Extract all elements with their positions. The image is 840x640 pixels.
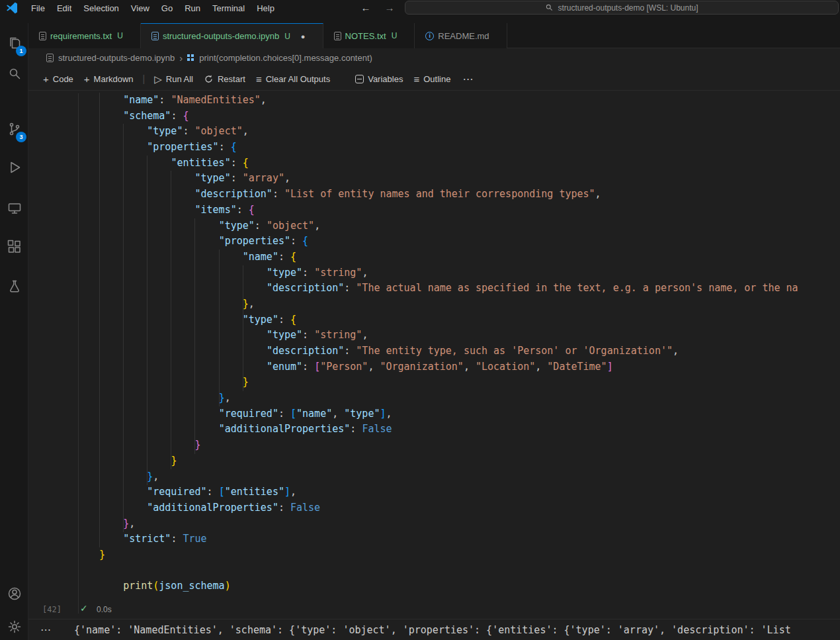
add-markdown-cell-button[interactable]: + Markdown	[79, 71, 139, 87]
search-icon	[545, 3, 554, 12]
git-status-badge: U	[284, 32, 290, 41]
add-code-label: Code	[53, 74, 73, 84]
editor-group: requirements.txt U structured-outputs-de…	[28, 23, 840, 640]
command-center-search[interactable]: structured-outputs-demo [WSL: Ubuntu]	[405, 1, 839, 15]
explorer-icon[interactable]: 1	[0, 28, 28, 58]
code-cell-content[interactable]: "name": "NamedEntities", "schema": { "ty…	[99, 93, 840, 594]
tab-label: structured-outputs-demo.ipynb	[163, 31, 279, 41]
menu-file[interactable]: File	[25, 1, 51, 15]
menu-bar: File Edit Selection View Go Run Terminal…	[25, 1, 280, 15]
tab-bar: requirements.txt U structured-outputs-de…	[28, 23, 840, 48]
variables-icon	[355, 75, 364, 83]
account-icon[interactable]	[0, 579, 28, 608]
settings-gear-icon[interactable]	[0, 612, 28, 640]
notebook-file-icon	[151, 32, 159, 40]
tab-label: README.md	[438, 31, 489, 41]
run-all-icon: ▷	[154, 74, 162, 84]
restart-button[interactable]: Restart	[198, 71, 251, 87]
code-line: "properties": {	[99, 234, 840, 250]
unsaved-dot-icon[interactable]: ●	[301, 32, 306, 40]
cell-border	[78, 93, 79, 614]
code-line: }	[99, 375, 840, 390]
vscode-logo-icon	[5, 1, 19, 15]
code-line: "schema": {	[99, 109, 840, 124]
go-forward-icon[interactable]: →	[381, 1, 398, 15]
add-code-cell-button[interactable]: + Code	[38, 71, 79, 87]
run-debug-icon[interactable]	[0, 153, 28, 182]
toolbar-separator: |	[143, 73, 146, 84]
code-line: "required": ["name", "type"],	[99, 406, 840, 422]
plus-icon: +	[43, 74, 49, 84]
code-line: "strict": True	[99, 531, 840, 547]
menu-edit[interactable]: Edit	[51, 1, 77, 15]
code-line: }	[99, 547, 840, 563]
code-line: "type": "object",	[99, 218, 840, 234]
git-status-badge: U	[392, 31, 398, 40]
breadcrumb-symbol[interactable]: print(completion.choices[0].message.cont…	[199, 53, 372, 63]
code-line: }	[99, 437, 840, 453]
breadcrumb: structured-outputs-demo.ipynb › print(co…	[28, 48, 840, 68]
tab-label: NOTES.txt	[345, 31, 386, 41]
remote-explorer-icon[interactable]	[0, 194, 28, 223]
code-line: "additionalProperties": False	[99, 500, 840, 516]
code-line: },	[99, 469, 840, 485]
code-line: "type": "object",	[99, 124, 840, 140]
notebook-toolbar: + Code + Markdown | ▷ Run All Restart ≡	[28, 68, 840, 91]
code-line: "required": ["entities"],	[99, 484, 840, 500]
code-line: "type": "array",	[99, 171, 840, 187]
code-line: "name": "NamedEntities",	[99, 93, 840, 109]
code-line: "enum": ["Person", "Organization", "Loca…	[99, 359, 840, 375]
command-center-label: structured-outputs-demo [WSL: Ubuntu]	[558, 3, 698, 13]
breadcrumb-file[interactable]: structured-outputs-demo.ipynb	[58, 53, 175, 63]
menu-go[interactable]: Go	[155, 1, 179, 15]
source-control-badge: 3	[16, 132, 26, 142]
go-back-icon[interactable]: ←	[357, 1, 374, 15]
code-line: },	[99, 516, 840, 532]
title-bar: File Edit Selection View Go Run Terminal…	[0, 0, 840, 23]
code-line: },	[99, 297, 840, 312]
git-status-badge: U	[117, 31, 123, 40]
variables-button[interactable]: Variables	[350, 71, 408, 87]
search-sidebar-icon[interactable]	[0, 59, 28, 88]
tab-structured-outputs-demo-ipynb[interactable]: structured-outputs-demo.ipynb U ●	[141, 23, 323, 48]
code-line: "type": "string",	[99, 328, 840, 343]
menu-help[interactable]: Help	[251, 1, 280, 15]
outline-label: Outline	[423, 74, 450, 84]
run-all-button[interactable]: ▷ Run All	[149, 71, 198, 87]
code-line: }	[99, 453, 840, 469]
plus-icon: +	[84, 74, 90, 84]
testing-icon[interactable]	[0, 272, 28, 301]
menu-selection[interactable]: Selection	[77, 1, 124, 15]
code-line: "type": "string",	[99, 265, 840, 281]
tab-readme-md[interactable]: README.md	[415, 23, 507, 48]
code-line: print(json_schema)	[99, 578, 840, 594]
more-actions-icon[interactable]: ⋯	[456, 73, 480, 85]
menu-run[interactable]: Run	[179, 1, 206, 15]
cell-status-bar: [42] ✓ 0.0s	[28, 602, 840, 619]
vscode-window: File Edit Selection View Go Run Terminal…	[0, 0, 840, 640]
chevron-right-icon: ›	[179, 52, 183, 64]
outline-button[interactable]: ≡ Outline	[408, 71, 456, 87]
clear-all-outputs-button[interactable]: ≡ Clear All Outputs	[251, 71, 335, 87]
menu-terminal[interactable]: Terminal	[206, 1, 251, 15]
code-line	[99, 563, 840, 579]
source-control-icon[interactable]: 3	[0, 114, 28, 144]
markdown-info-icon	[425, 32, 434, 40]
notebook-editor: "name": "NamedEntities", "schema": { "ty…	[28, 91, 840, 640]
code-line: "entities": {	[99, 156, 840, 171]
menu-view[interactable]: View	[125, 1, 155, 15]
run-all-label: Run All	[166, 74, 193, 84]
code-line: "name": {	[99, 250, 840, 265]
success-check-icon: ✓	[80, 603, 88, 614]
clear-all-icon: ≡	[256, 74, 262, 84]
explorer-badge: 1	[16, 46, 26, 56]
output-more-actions-icon[interactable]: ⋯	[40, 621, 51, 639]
tab-notes-txt[interactable]: NOTES.txt U	[323, 23, 415, 48]
outline-icon: ≡	[413, 74, 419, 84]
execution-duration: 0.0s	[97, 605, 112, 614]
extensions-icon[interactable]	[0, 232, 28, 261]
text-file-icon	[39, 32, 46, 40]
tab-requirements-txt[interactable]: requirements.txt U	[28, 23, 141, 48]
tab-label: requirements.txt	[50, 31, 112, 41]
code-line: "items": {	[99, 203, 840, 218]
